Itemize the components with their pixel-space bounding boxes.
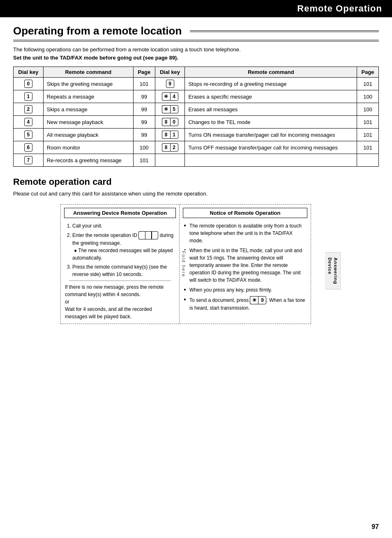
page-4: 99	[133, 116, 155, 129]
cmd-2: Skips a message	[43, 103, 133, 116]
cmd-81: Turns ON message transfer/pager call for…	[185, 129, 357, 141]
table-row: 1 Repeats a message 99 ✳4 Erases a speci…	[14, 90, 379, 103]
table-row: 0 Skips the greeting message 101 9 Stops…	[14, 78, 379, 90]
cmd-9: Stops re-recording of a greeting message	[185, 78, 357, 90]
page-star4: 100	[357, 90, 379, 103]
cmd-80: Changes to the TEL mode	[185, 116, 357, 129]
page-2: 99	[133, 103, 155, 116]
table-row: 7 Re-records a greeting message 101	[14, 154, 379, 167]
key-81: 81	[162, 131, 178, 139]
page-9: 101	[357, 78, 379, 90]
section1-title: Operating from a remote location	[13, 25, 379, 41]
table-row: 5 All message playback 99 81 Turns ON me…	[14, 129, 379, 141]
page-5: 99	[133, 129, 155, 141]
list-item: Call your unit.	[72, 222, 175, 230]
list-item: When the unit is in the TEL mode, call y…	[184, 247, 307, 284]
card-right-body: The remote operation is available only f…	[180, 221, 311, 317]
table-row: 6 Room monitor 100 82 Turns OFF message …	[14, 141, 379, 154]
col-dial-key-1: Dial key	[14, 67, 44, 78]
card-right-panel: Notice of Remote Operation The remote op…	[180, 205, 311, 324]
cmd-1: Repeats a message	[43, 90, 133, 103]
page-star5: 100	[357, 103, 379, 116]
key-80: 80	[162, 118, 178, 126]
key-82: 82	[162, 143, 178, 152]
key-7: 7	[24, 156, 32, 164]
remote-commands-table: Dial key Remote command Page Dial key Re…	[13, 67, 379, 167]
key-star9: ✳9	[250, 296, 266, 304]
table-row: 4 New message playback 99 80 Changes to …	[14, 116, 379, 129]
card-intro: Please cut out and carry this card for a…	[13, 191, 379, 197]
col-dial-key-2: Dial key	[155, 67, 185, 78]
page-number: 97	[371, 523, 379, 531]
key-star5: ✳5	[162, 105, 178, 113]
side-tab: Answering Device	[325, 252, 341, 290]
page-81: 101	[357, 129, 379, 141]
remote-card: Answering Device Remote Operation Call y…	[60, 204, 311, 324]
cmd-6: Room monitor	[43, 141, 133, 154]
header-title: Remote Operation	[297, 3, 382, 14]
cmd-7: Re-records a greeting message	[43, 154, 133, 167]
col-page-2: Page	[357, 67, 379, 78]
cmd-0: Skips the greeting message	[43, 78, 133, 90]
intro-text: The following operations can be performe…	[13, 46, 379, 62]
key-4: 4	[24, 118, 32, 126]
page-0: 101	[133, 78, 155, 90]
card-left-header: Answering Device Remote Operation	[64, 208, 176, 218]
key-0: 0	[24, 80, 32, 88]
col-remote-command-1: Remote command	[43, 67, 133, 78]
table-row: 2 Skips a message 99 ✳5 Erases all messa…	[14, 103, 379, 116]
list-item: Press the remote command key(s) (see the…	[72, 263, 175, 278]
key-2: 2	[24, 105, 32, 113]
page-6: 100	[133, 141, 155, 154]
cmd-star4: Erases a specific message	[185, 90, 357, 103]
page-82: 101	[357, 141, 379, 154]
card-divider	[69, 280, 171, 281]
key-star4: ✳4	[162, 92, 178, 101]
list-item: When you press any key, press firmly.	[184, 286, 307, 294]
page-7: 101	[133, 154, 155, 167]
card-footer-text: If there is no new message, press the re…	[65, 283, 175, 320]
list-item: Enter the remote operation ID during the…	[72, 231, 175, 262]
col-page-1: Page	[133, 67, 155, 78]
list-item: To send a document, press ✳9 . When a fa…	[184, 296, 307, 312]
card-left-body: Call your unit. Enter the remote operati…	[61, 221, 179, 324]
section2-title: Remote operation card	[13, 177, 379, 187]
col-remote-command-2: Remote command	[185, 67, 357, 78]
key-5: 5	[24, 131, 32, 139]
cmd-5: All message playback	[43, 129, 133, 141]
card-right-header: Notice of Remote Operation	[183, 208, 307, 218]
cmd-4: New message playback	[43, 116, 133, 129]
list-item: The remote operation is available only f…	[184, 222, 307, 244]
key-1: 1	[24, 92, 32, 101]
page-80: 101	[357, 116, 379, 129]
card-left-panel: Answering Device Remote Operation Call y…	[61, 205, 180, 324]
cmd-star5: Erases all messages	[185, 103, 357, 116]
key-6: 6	[24, 143, 32, 152]
key-9: 9	[166, 80, 174, 88]
page-header: Remote Operation	[0, 0, 392, 17]
cmd-82: Turns OFF message transfer/pager call fo…	[185, 141, 357, 154]
page-1: 99	[133, 90, 155, 103]
key-id-boxes	[138, 231, 158, 239]
